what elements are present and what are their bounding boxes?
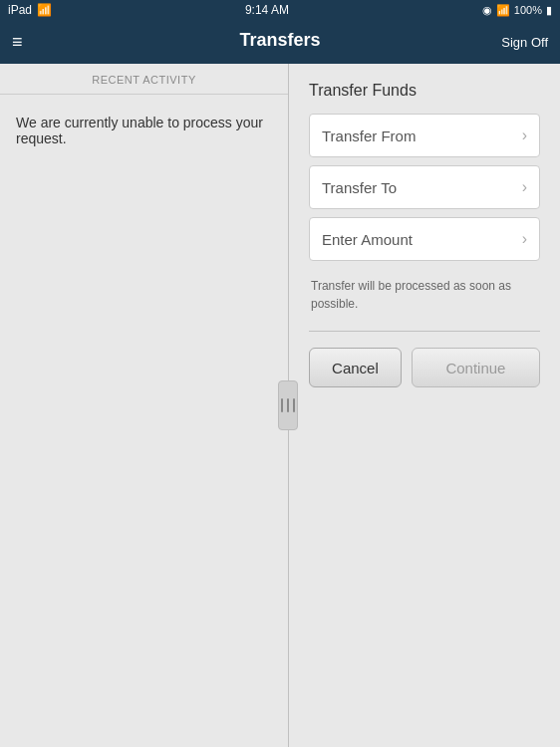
drag-line-2 bbox=[287, 398, 289, 412]
sign-off-button[interactable]: Sign Off bbox=[501, 35, 548, 50]
time-label: 9:14 AM bbox=[245, 3, 289, 17]
battery-icon: ▮ bbox=[546, 4, 552, 17]
right-panel: Transfer Funds Transfer From › Transfer … bbox=[289, 64, 560, 747]
drag-handle-lines bbox=[280, 398, 296, 412]
divider bbox=[309, 331, 540, 332]
bluetooth-icon: 📶 bbox=[496, 4, 510, 17]
transfer-from-chevron-icon: › bbox=[522, 126, 527, 144]
drag-line-3 bbox=[293, 398, 295, 412]
page-title: Transfers bbox=[239, 30, 320, 51]
status-bar-right: ◉ 📶 100% ▮ bbox=[482, 4, 552, 17]
recent-activity-header: RECENT ACTIVITY bbox=[0, 64, 288, 95]
transfer-to-label: Transfer To bbox=[322, 179, 397, 196]
transfer-to-chevron-icon: › bbox=[522, 178, 527, 196]
button-row: Cancel Continue bbox=[309, 348, 540, 387]
continue-button[interactable]: Continue bbox=[412, 348, 540, 387]
transfer-info-text: Transfer will be processed as soon as po… bbox=[309, 269, 540, 325]
transfer-from-field[interactable]: Transfer From › bbox=[309, 114, 540, 157]
enter-amount-chevron-icon: › bbox=[522, 230, 527, 248]
error-message: We are currently unable to process your … bbox=[0, 95, 288, 166]
nav-bar: ≡ Transfers Sign Off bbox=[0, 20, 560, 64]
battery-label: 100% bbox=[514, 4, 542, 16]
transfer-funds-title: Transfer Funds bbox=[309, 82, 540, 100]
wifi-icon: 📶 bbox=[37, 3, 52, 17]
menu-button[interactable]: ≡ bbox=[12, 32, 23, 53]
panel-resize-handle[interactable] bbox=[278, 380, 298, 430]
location-icon: ◉ bbox=[482, 4, 492, 17]
status-bar-left: iPad 📶 bbox=[8, 3, 52, 17]
left-panel: RECENT ACTIVITY We are currently unable … bbox=[0, 64, 289, 747]
main-layout: RECENT ACTIVITY We are currently unable … bbox=[0, 64, 560, 747]
transfer-from-label: Transfer From bbox=[322, 127, 416, 144]
status-bar: iPad 📶 9:14 AM ◉ 📶 100% ▮ bbox=[0, 0, 560, 20]
enter-amount-field[interactable]: Enter Amount › bbox=[309, 217, 540, 261]
cancel-button[interactable]: Cancel bbox=[309, 348, 402, 387]
device-label: iPad bbox=[8, 3, 32, 17]
drag-line-1 bbox=[281, 398, 283, 412]
transfer-to-field[interactable]: Transfer To › bbox=[309, 165, 540, 209]
enter-amount-label: Enter Amount bbox=[322, 231, 413, 248]
